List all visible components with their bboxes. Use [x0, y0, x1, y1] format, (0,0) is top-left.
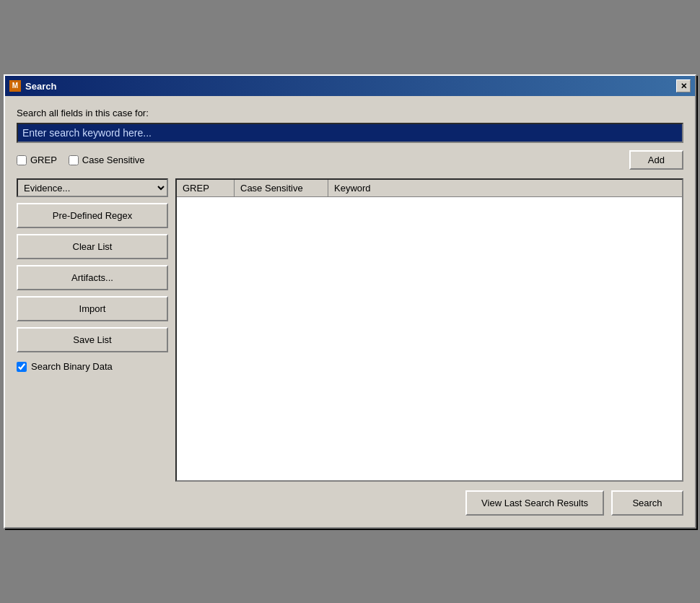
bottom-row: View Last Search Results Search — [17, 490, 683, 516]
save-list-button[interactable]: Save List — [17, 327, 168, 352]
clear-list-button[interactable]: Clear List — [17, 234, 168, 259]
close-button[interactable]: ✕ — [676, 79, 691, 92]
case-sensitive-label[interactable]: Case Sensitive — [82, 155, 145, 165]
grep-label[interactable]: GREP — [30, 155, 57, 165]
grep-checkbox-group: GREP — [17, 155, 57, 165]
search-input-container — [17, 123, 683, 143]
evidence-dropdown[interactable]: Evidence... All Selected — [17, 178, 168, 197]
grep-checkbox[interactable] — [17, 155, 27, 165]
search-binary-row: Search Binary Data — [17, 361, 168, 372]
search-label: Search all fields in this case for: — [17, 108, 683, 118]
pre-defined-regex-button[interactable]: Pre-Defined Regex — [17, 203, 168, 228]
column-keyword: Keyword — [328, 180, 682, 196]
left-panel: Evidence... All Selected Pre-Defined Reg… — [17, 178, 168, 482]
dialog-body: Search all fields in this case for: GREP… — [5, 96, 695, 527]
search-input[interactable] — [17, 123, 683, 143]
column-grep: GREP — [177, 180, 235, 196]
case-sensitive-checkbox[interactable] — [69, 155, 79, 165]
title-bar-left: M Search — [9, 80, 56, 92]
search-button[interactable]: Search — [611, 490, 683, 516]
add-button[interactable]: Add — [629, 150, 683, 170]
artifacts-button[interactable]: Artifacts... — [17, 265, 168, 290]
view-last-results-button[interactable]: View Last Search Results — [465, 490, 604, 516]
case-sensitive-checkbox-group: Case Sensitive — [69, 155, 145, 165]
title-bar: M Search ✕ — [5, 76, 695, 96]
search-binary-label[interactable]: Search Binary Data — [31, 361, 113, 372]
column-case-sensitive: Case Sensitive — [235, 180, 328, 196]
options-row: GREP Case Sensitive Add — [17, 150, 683, 170]
window-title: Search — [25, 81, 56, 92]
table-body — [177, 197, 682, 480]
app-icon: M — [9, 80, 21, 92]
search-binary-checkbox[interactable] — [17, 362, 27, 372]
options-left: GREP Case Sensitive — [17, 155, 145, 165]
keyword-table: GREP Case Sensitive Keyword — [175, 178, 683, 482]
import-button[interactable]: Import — [17, 296, 168, 321]
main-area: Evidence... All Selected Pre-Defined Reg… — [17, 178, 683, 482]
search-dialog: M Search ✕ Search all fields in this cas… — [4, 74, 696, 529]
table-header: GREP Case Sensitive Keyword — [177, 180, 682, 197]
